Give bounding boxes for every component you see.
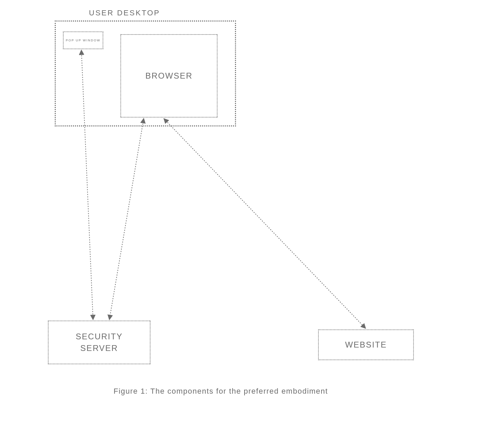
security-server-box: SECURITYSERVER xyxy=(48,321,150,364)
popup-window-box: POP UP WINDOW xyxy=(63,31,103,49)
diagram-stage: USER DESKTOP POP UP WINDOW BROWSER SECUR… xyxy=(0,0,498,448)
browser-label: BROWSER xyxy=(145,71,193,81)
svg-line-1 xyxy=(109,119,144,319)
user-desktop-title: USER DESKTOP xyxy=(89,9,160,17)
popup-window-label: POP UP WINDOW xyxy=(66,39,101,42)
svg-line-2 xyxy=(164,119,365,328)
website-box: WEBSITE xyxy=(318,329,414,360)
figure-caption: Figure 1: The components for the preferr… xyxy=(114,387,328,396)
browser-box: BROWSER xyxy=(120,34,218,118)
website-label: WEBSITE xyxy=(345,340,387,350)
security-server-label: SECURITYSERVER xyxy=(76,331,122,354)
